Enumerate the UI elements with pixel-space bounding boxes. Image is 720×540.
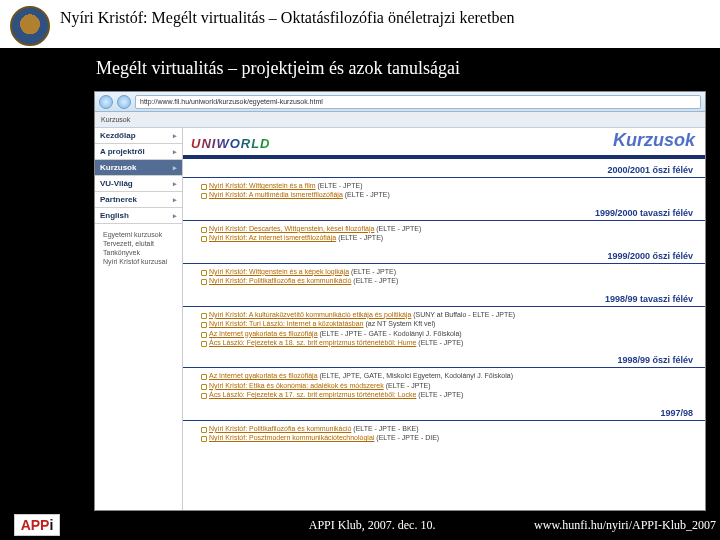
semester-heading: 1998/99 őszi félév: [183, 349, 705, 368]
slide-subtitle: Megélt virtualitás – projektjeim és azok…: [0, 48, 720, 87]
appi-logo-text: APP: [21, 517, 50, 533]
semester-heading: 1998/99 tavaszi félév: [183, 288, 705, 307]
semester-heading: 1999/2000 tavaszi félév: [183, 202, 705, 221]
semesters-container: 2000/2001 őszi félévNyíri Kristóf: Wittg…: [183, 159, 705, 445]
sidebar-item-label: A projektről: [100, 147, 145, 156]
course-item: Nyíri Kristóf: Wittgenstein és a képek l…: [201, 267, 699, 276]
sidebar-item-label: VU-Világ: [100, 179, 133, 188]
course-link[interactable]: Nyíri Kristóf: Posztmodern kommunikációt…: [209, 434, 374, 441]
course-item: Nyíri Kristóf: Descartes, Wittgenstein, …: [201, 224, 699, 233]
sidebar-item-partners[interactable]: Partnerek▸: [95, 192, 182, 208]
course-list: Nyíri Kristóf: Wittgenstein és a film (E…: [183, 181, 705, 202]
sidebar-sub-item[interactable]: Nyíri Kristóf kurzusai: [95, 257, 182, 266]
course-link[interactable]: Nyíri Kristóf: A multimédia ismeretfiloz…: [209, 191, 343, 198]
address-url: http://www.fil.hu/uniworld/kurzusok/egye…: [140, 98, 323, 105]
forward-button[interactable]: [117, 95, 131, 109]
course-list: Nyíri Kristóf: Descartes, Wittgenstein, …: [183, 224, 705, 245]
semester-heading: 1997/98: [183, 402, 705, 421]
course-item: Nyíri Kristóf: A kultúraközvetítő kommun…: [201, 310, 699, 319]
chevron-right-icon: ▸: [173, 132, 177, 140]
back-button[interactable]: [99, 95, 113, 109]
chevron-right-icon: ▸: [173, 164, 177, 172]
sidebar-item-label: Partnerek: [100, 195, 137, 204]
course-item: Nyíri Kristóf: Posztmodern kommunikációt…: [201, 433, 699, 442]
tab-strip: Kurzusok: [95, 112, 705, 128]
course-link[interactable]: Nyíri Kristóf: A kultúraközvetítő kommun…: [209, 311, 411, 318]
course-link[interactable]: Nyíri Kristóf: Turi László: Internet a k…: [209, 320, 363, 327]
course-item: Ács László: Fejezetek a 17. sz. brit emp…: [201, 390, 699, 399]
chevron-right-icon: ▸: [173, 148, 177, 156]
footer-url: www.hunfi.hu/nyiri/APPI-Klub_2007: [534, 518, 716, 533]
sidebar-item-vuvilag[interactable]: VU-Világ▸: [95, 176, 182, 192]
course-link[interactable]: Nyíri Kristóf: Politikafilozófia és komm…: [209, 425, 351, 432]
sidebar-item-english[interactable]: English▸: [95, 208, 182, 224]
slide-footer: APPi APPI Klub, 2007. dec. 10. www.hunfi…: [0, 514, 720, 536]
course-link[interactable]: Nyíri Kristóf: Wittgenstein és a képek l…: [209, 268, 349, 275]
slide-header: Nyíri Kristóf: Megélt virtualitás – Okta…: [0, 0, 720, 48]
course-list: Az Internet gyakorlata és filozófiája (E…: [183, 371, 705, 401]
course-item: Ács László: Fejezetek a 18. sz. brit emp…: [201, 338, 699, 347]
course-link[interactable]: Ács László: Fejezetek a 18. sz. brit emp…: [209, 339, 416, 346]
course-affiliation: (ELTE - JPTE): [343, 191, 390, 198]
course-affiliation: (ELTE - JPTE - BKE): [351, 425, 418, 432]
course-list: Nyíri Kristóf: Politikafilozófia és komm…: [183, 424, 705, 445]
semester-heading: 2000/2001 őszi félév: [183, 159, 705, 178]
sidebar-sub-item[interactable]: Egyetemi kurzusok: [95, 230, 182, 239]
browser-tab[interactable]: Kurzusok: [101, 116, 130, 123]
course-item: Nyíri Kristóf: Wittgenstein és a film (E…: [201, 181, 699, 190]
sidebar-item-about[interactable]: A projektről▸: [95, 144, 182, 160]
semester-heading: 1999/2000 őszi félév: [183, 245, 705, 264]
course-affiliation: (ELTE - JPTE): [316, 182, 363, 189]
address-bar[interactable]: http://www.fil.hu/uniworld/kurzusok/egye…: [135, 95, 701, 109]
course-affiliation: (ELTE - JPTE): [336, 234, 383, 241]
course-affiliation: (az NT System Kft vel): [363, 320, 435, 327]
sidebar-item-label: Kezdőlap: [100, 131, 136, 140]
course-affiliation: (SUNY at Buffalo - ELTE - JPTE): [411, 311, 515, 318]
course-link[interactable]: Ács László: Fejezetek a 17. sz. brit emp…: [209, 391, 416, 398]
sidebar-item-courses[interactable]: Kurzusok▸: [95, 160, 182, 176]
sidebar-item-home[interactable]: Kezdőlap▸: [95, 128, 182, 144]
appi-logo-i: i: [49, 517, 53, 533]
course-affiliation: (ELTE - JPTE): [349, 268, 396, 275]
sidebar-sub-item[interactable]: Tankönyvek: [95, 248, 182, 257]
slide-title: Nyíri Kristóf: Megélt virtualitás – Okta…: [60, 6, 515, 29]
page-title: Kurzusok: [613, 130, 695, 151]
course-item: Nyíri Kristóf: Turi László: Internet a k…: [201, 319, 699, 328]
course-link[interactable]: Nyíri Kristóf: Wittgenstein és a film: [209, 182, 316, 189]
course-affiliation: (ELTE - JPTE): [384, 382, 431, 389]
course-affiliation: (ELTE - JPTE): [416, 391, 463, 398]
appi-logo: APPi: [14, 514, 60, 536]
sidebar-sub-item[interactable]: Tervezett, elutalt: [95, 239, 182, 248]
course-link[interactable]: Az Internet gyakorlata és filozófiája: [209, 330, 318, 337]
sidebar: Kezdőlap▸ A projektről▸ Kurzusok▸ VU-Vil…: [95, 128, 183, 510]
footer-date: APPI Klub, 2007. dec. 10.: [60, 518, 534, 533]
academy-seal-icon: [10, 6, 50, 46]
chevron-right-icon: ▸: [173, 180, 177, 188]
course-item: Nyíri Kristóf: Politikafilozófia és komm…: [201, 424, 699, 433]
embedded-browser-screenshot: http://www.fil.hu/uniworld/kurzusok/egye…: [94, 91, 706, 511]
course-item: Nyíri Kristóf: A multimédia ismeretfiloz…: [201, 190, 699, 199]
course-link[interactable]: Nyíri Kristóf: Politikafilozófia és komm…: [209, 277, 351, 284]
course-affiliation: (ELTE - JPTE - DIE): [374, 434, 439, 441]
page-body: Kezdőlap▸ A projektről▸ Kurzusok▸ VU-Vil…: [95, 128, 705, 510]
sidebar-item-label: Kurzusok: [100, 163, 136, 172]
course-link[interactable]: Nyíri Kristóf: Az internet ismeretfilozó…: [209, 234, 336, 241]
course-affiliation: (ELTE - JPTE): [416, 339, 463, 346]
course-item: Nyíri Kristóf: Etika és ökonómia: adalék…: [201, 381, 699, 390]
course-affiliation: (ELTE - JPTE): [351, 277, 398, 284]
course-affiliation: (ELTE - JPTE - GATE - Kodolányi J. Főisk…: [318, 330, 462, 337]
course-link[interactable]: Az Internet gyakorlata és filozófiája: [209, 372, 318, 379]
course-link[interactable]: Nyíri Kristóf: Etika és ökonómia: adalék…: [209, 382, 384, 389]
course-list: Nyíri Kristóf: Wittgenstein és a képek l…: [183, 267, 705, 288]
course-link[interactable]: Nyíri Kristóf: Descartes, Wittgenstein, …: [209, 225, 374, 232]
course-affiliation: (ELTE - JPTE): [374, 225, 421, 232]
chevron-right-icon: ▸: [173, 212, 177, 220]
sidebar-item-label: English: [100, 211, 129, 220]
course-affiliation: (ELTE, JPTE, GATE, Miskolci Egyetem, Kod…: [318, 372, 513, 379]
course-item: Nyíri Kristóf: Politikafilozófia és komm…: [201, 276, 699, 285]
page-header-bar: UNIWORLD Kurzusok: [183, 128, 705, 159]
browser-toolbar: http://www.fil.hu/uniworld/kurzusok/egye…: [95, 92, 705, 112]
chevron-right-icon: ▸: [173, 196, 177, 204]
course-list: Nyíri Kristóf: A kultúraközvetítő kommun…: [183, 310, 705, 350]
course-item: Az Internet gyakorlata és filozófiája (E…: [201, 329, 699, 338]
